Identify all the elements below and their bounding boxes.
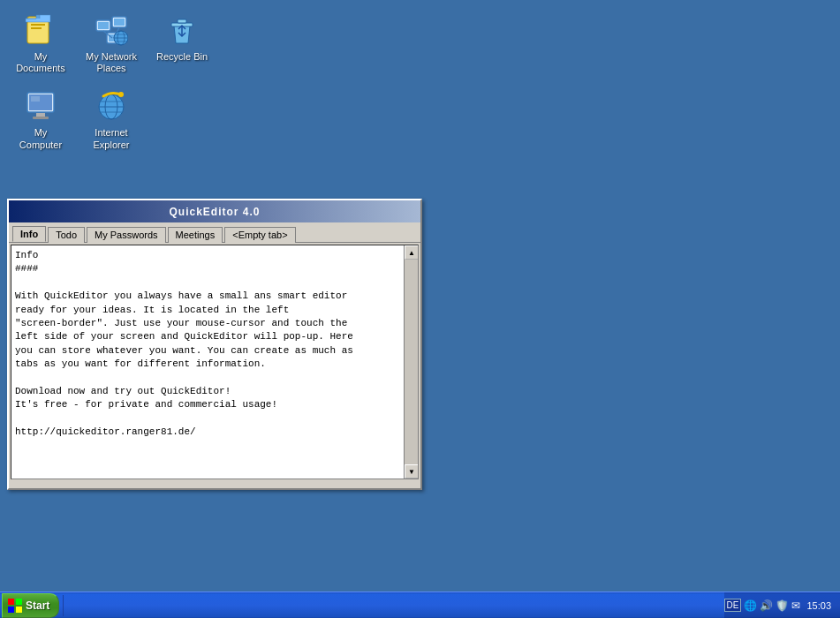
internet-explorer-icon [94,88,129,124]
desktop-icon-my-documents[interactable]: My Documents [9,9,72,78]
tab-my-passwords[interactable]: My Passwords [87,227,166,243]
my-computer-label: My Computer [12,127,69,150]
window-title: QuickEditor 4.0 [12,206,417,218]
svg-rect-31 [8,599,14,605]
recycle-bin-label: Recycle Bin [156,51,208,63]
volume-tray-icon: 🔊 [760,599,773,612]
desktop-icon-my-computer[interactable]: My Computer [9,85,72,154]
svg-rect-22 [36,113,45,117]
start-label: Start [26,599,49,612]
my-computer-icon [23,88,58,124]
message-tray-icon: ✉ [791,599,800,612]
taskbar-divider [63,595,64,616]
tab-empty[interactable]: <Empty tab> [224,227,295,243]
svg-rect-2 [31,24,45,26]
my-network-places-label: My Network Places [83,51,140,74]
quickeditor-window: QuickEditor 4.0 Info Todo My Passwords M… [7,199,422,490]
internet-explorer-label: Internet Explorer [83,127,140,150]
window-content: Info #### With QuickEditor you always ha… [11,245,419,479]
svg-rect-23 [33,117,49,119]
svg-rect-24 [31,96,40,102]
tab-todo[interactable]: Todo [48,227,85,243]
editor-text-area[interactable]: Info #### With QuickEditor you always ha… [11,245,404,479]
my-documents-label: My Documents [12,51,69,74]
language-indicator: DE [724,599,742,612]
window-titlebar: QuickEditor 4.0 [9,200,420,222]
recycle-bin-icon [164,12,200,48]
tab-info[interactable]: Info [12,226,46,242]
tab-meetings[interactable]: Meetings [168,227,223,243]
scrollbar-track[interactable] [405,260,418,464]
taskbar: Start DE 🌐 🔊 🛡️ ✉ 15:03 [0,592,840,618]
scroll-up-button[interactable]: ▲ [405,245,419,260]
window-tabs: Info Todo My Passwords Meetings <Empty t… [9,222,420,243]
network-tray-icon: 🌐 [744,599,757,612]
desktop-icon-internet-explorer[interactable]: Internet Explorer [79,85,143,154]
svg-rect-3 [31,27,42,29]
svg-rect-32 [16,599,22,605]
system-clock: 15:03 [803,600,835,611]
my-documents-icon [23,12,58,48]
system-tray: DE 🌐 🔊 🛡️ ✉ 15:03 [724,592,840,618]
svg-rect-5 [98,22,109,29]
vertical-scrollbar[interactable]: ▲ ▼ [404,245,418,479]
svg-rect-34 [16,607,22,613]
my-network-places-icon [94,12,129,48]
security-tray-icon: 🛡️ [776,599,789,612]
scroll-down-button[interactable]: ▼ [405,464,419,479]
desktop-icon-recycle-bin[interactable]: Recycle Bin [150,9,214,78]
svg-point-30 [118,92,124,97]
svg-rect-7 [114,19,125,26]
windows-logo-icon [8,599,22,613]
start-button[interactable]: Start [2,593,59,618]
svg-rect-33 [8,607,14,613]
desktop-icon-my-network-places[interactable]: My Network Places [79,9,143,78]
svg-rect-18 [178,19,186,23]
